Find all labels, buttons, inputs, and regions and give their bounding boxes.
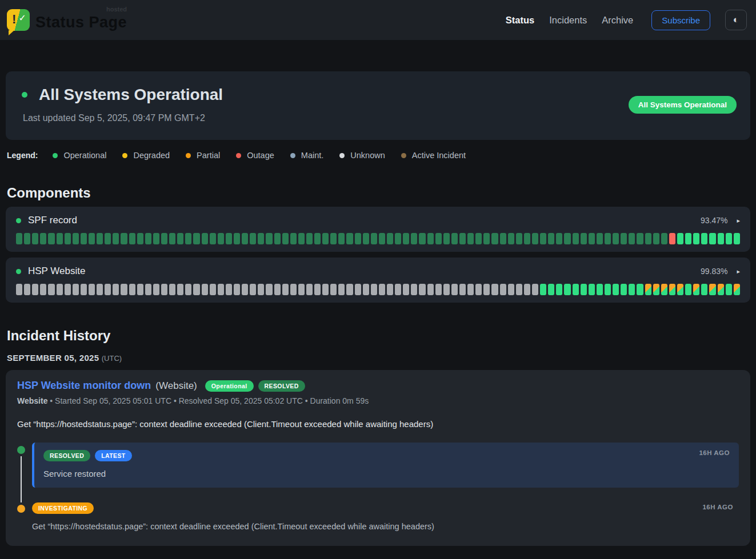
uptime-bar[interactable]	[81, 233, 87, 244]
uptime-bar[interactable]	[193, 284, 199, 295]
uptime-bar[interactable]	[193, 233, 199, 244]
uptime-bar[interactable]	[290, 233, 297, 244]
uptime-bar[interactable]	[258, 233, 264, 244]
uptime-bar[interactable]	[451, 233, 458, 244]
uptime-bar[interactable]	[330, 284, 337, 295]
uptime-bar[interactable]	[81, 284, 87, 295]
uptime-bar[interactable]	[161, 233, 167, 244]
uptime-bar[interactable]	[419, 233, 425, 244]
uptime-bar[interactable]	[145, 284, 151, 295]
expand-arrow-icon[interactable]: ▸	[737, 217, 740, 224]
uptime-bar[interactable]	[73, 284, 79, 295]
uptime-bar[interactable]	[113, 233, 119, 244]
uptime-bar[interactable]	[24, 233, 30, 244]
uptime-bar[interactable]	[322, 233, 329, 244]
uptime-bar[interactable]	[65, 284, 71, 295]
uptime-bar[interactable]	[129, 233, 135, 244]
uptime-bar[interactable]	[605, 233, 611, 244]
uptime-bar[interactable]	[242, 284, 248, 295]
uptime-bar[interactable]	[483, 233, 490, 244]
uptime-bar[interactable]	[726, 233, 732, 244]
uptime-bar[interactable]	[661, 233, 667, 244]
uptime-bar[interactable]	[40, 284, 46, 295]
uptime-bar[interactable]	[435, 284, 442, 295]
uptime-bar[interactable]	[467, 284, 474, 295]
uptime-bar[interactable]	[589, 284, 595, 295]
uptime-bar[interactable]	[459, 284, 466, 295]
uptime-bar[interactable]	[161, 284, 167, 295]
uptime-bar[interactable]	[532, 284, 538, 295]
uptime-bar[interactable]	[218, 284, 224, 295]
uptime-bar[interactable]	[540, 284, 546, 295]
uptime-bar[interactable]	[491, 233, 498, 244]
uptime-bar[interactable]	[298, 284, 305, 295]
uptime-bar[interactable]	[395, 233, 401, 244]
uptime-bar[interactable]	[718, 284, 724, 295]
expand-arrow-icon[interactable]: ▸	[737, 268, 740, 275]
uptime-bar[interactable]	[443, 284, 450, 295]
uptime-bar[interactable]	[266, 233, 272, 244]
uptime-bar[interactable]	[621, 233, 627, 244]
uptime-bar[interactable]	[202, 233, 208, 244]
uptime-bar[interactable]	[427, 284, 434, 295]
uptime-bar[interactable]	[210, 284, 216, 295]
uptime-bars[interactable]	[16, 233, 740, 244]
uptime-bar[interactable]	[226, 233, 232, 244]
uptime-bar[interactable]	[613, 284, 619, 295]
nav-archive[interactable]: Archive	[602, 15, 633, 26]
uptime-bar[interactable]	[105, 233, 111, 244]
uptime-bar[interactable]	[709, 233, 715, 244]
uptime-bar[interactable]	[500, 284, 506, 295]
uptime-bar[interactable]	[89, 233, 95, 244]
uptime-bar[interactable]	[403, 284, 409, 295]
uptime-bar[interactable]	[234, 284, 240, 295]
uptime-bar[interactable]	[548, 284, 554, 295]
uptime-bar[interactable]	[266, 284, 272, 295]
uptime-bar[interactable]	[709, 284, 715, 295]
uptime-bar[interactable]	[250, 233, 256, 244]
uptime-bar[interactable]	[524, 284, 530, 295]
uptime-bar[interactable]	[475, 284, 482, 295]
uptime-bar[interactable]	[726, 284, 732, 295]
uptime-bar[interactable]	[629, 233, 635, 244]
uptime-bar[interactable]	[540, 233, 546, 244]
uptime-bar[interactable]	[89, 284, 95, 295]
uptime-bar[interactable]	[685, 233, 691, 244]
uptime-bar[interactable]	[16, 284, 22, 295]
uptime-bar[interactable]	[185, 233, 191, 244]
uptime-bar[interactable]	[645, 284, 651, 295]
uptime-bar[interactable]	[637, 233, 643, 244]
uptime-bar[interactable]	[40, 233, 46, 244]
uptime-bar[interactable]	[621, 284, 627, 295]
uptime-bar[interactable]	[306, 284, 313, 295]
uptime-bar[interactable]	[701, 233, 707, 244]
uptime-bar[interactable]	[121, 284, 127, 295]
uptime-bar[interactable]	[322, 284, 329, 295]
uptime-bar[interactable]	[153, 284, 159, 295]
uptime-bar[interactable]	[282, 284, 289, 295]
uptime-bar[interactable]	[419, 284, 425, 295]
uptime-bar[interactable]	[693, 284, 699, 295]
uptime-bar[interactable]	[16, 233, 22, 244]
brand-logo[interactable]: ! ✓ hosted Status Page	[7, 9, 127, 31]
uptime-bar[interactable]	[491, 284, 498, 295]
uptime-bar[interactable]	[637, 284, 643, 295]
uptime-bar[interactable]	[338, 233, 345, 244]
uptime-bar[interactable]	[403, 233, 409, 244]
uptime-bar[interactable]	[387, 233, 393, 244]
uptime-bar[interactable]	[298, 233, 305, 244]
uptime-bar[interactable]	[57, 284, 63, 295]
uptime-bar[interactable]	[677, 233, 683, 244]
uptime-bar[interactable]	[73, 233, 79, 244]
uptime-bar[interactable]	[290, 284, 297, 295]
uptime-bar[interactable]	[48, 233, 54, 244]
uptime-bar[interactable]	[581, 233, 587, 244]
uptime-bar[interactable]	[532, 233, 538, 244]
uptime-bar[interactable]	[548, 233, 554, 244]
uptime-bar[interactable]	[677, 284, 683, 295]
uptime-bar[interactable]	[508, 284, 514, 295]
theme-toggle-button[interactable]: ◐	[725, 10, 747, 30]
uptime-bar[interactable]	[653, 233, 659, 244]
uptime-bar[interactable]	[355, 233, 361, 244]
uptime-bar[interactable]	[669, 284, 675, 295]
